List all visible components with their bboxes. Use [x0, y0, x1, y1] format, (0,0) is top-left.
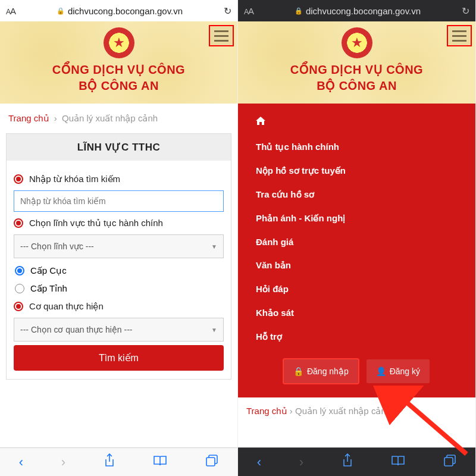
agency-select[interactable]: --- Chọn cơ quan thực hiện --- ▼ [14, 318, 224, 342]
breadcrumb: Trang chủ › Quản lý xuất nhập cảnh [238, 397, 475, 416]
auth-row: 🔒 Đăng nhập 👤 Đăng ký [240, 349, 473, 386]
hamburger-icon [214, 30, 228, 42]
register-label: Đăng ký [390, 367, 420, 376]
level-tinh-row[interactable]: Cấp Tỉnh [14, 283, 224, 294]
tabs-icon[interactable] [205, 454, 218, 471]
site-banner: CỔNG DỊCH VỤ CÔNG BỘ CÔNG AN [238, 21, 475, 104]
safari-address-bar: AA 🔒 dichvucong.bocongan.gov.vn ↻ [238, 0, 475, 21]
menu-home-link[interactable] [240, 114, 473, 135]
menu-item[interactable]: Nộp hồ sơ trực tuyến [240, 159, 473, 183]
emblem-logo [342, 27, 372, 58]
login-label: Đăng nhập [307, 367, 349, 376]
menu-item[interactable]: Hỏi đáp [240, 277, 473, 301]
hamburger-icon [452, 30, 466, 42]
bullet-icon [14, 174, 23, 184]
breadcrumb-home[interactable]: Trang chủ [246, 406, 287, 416]
tabs-icon[interactable] [443, 454, 456, 471]
menu-item[interactable]: Đánh giá [240, 230, 473, 253]
share-icon[interactable] [104, 453, 115, 471]
field-select[interactable]: --- Chọn lĩnh vực --- ▼ [14, 234, 224, 258]
back-icon[interactable]: ‹ [19, 455, 23, 470]
url-display[interactable]: 🔒 dichvucong.bocongan.gov.vn [20, 6, 219, 16]
title-line2: BỘ CÔNG AN [5, 78, 233, 94]
radio-unselected-icon [15, 284, 24, 293]
search-button[interactable]: Tìm kiếm [14, 345, 224, 371]
home-icon [256, 117, 265, 125]
menu-item[interactable]: Phản ánh - Kiến nghị [240, 206, 473, 230]
agency-select-value: --- Chọn cơ quan thực hiện --- [20, 325, 133, 334]
bookmarks-icon[interactable] [391, 455, 405, 470]
bullet-icon [14, 218, 23, 228]
breadcrumb-current: Quản lý xuất nhập cảnh [295, 406, 391, 416]
user-plus-icon: 👤 [376, 367, 386, 376]
menu-button[interactable] [209, 25, 234, 46]
menu-item[interactable]: Tra cứu hồ sơ [240, 183, 473, 206]
text-size-icon[interactable]: AA [6, 6, 15, 16]
agency-label: Cơ quan thực hiện [29, 301, 104, 312]
keyword-label: Nhập từ khóa tìm kiếm [29, 174, 120, 184]
site-title: CỔNG DỊCH VỤ CÔNG BỘ CÔNG AN [5, 62, 233, 94]
breadcrumb-sep: › [54, 113, 57, 123]
site-title: CỔNG DỊCH VỤ CÔNG BỘ CÔNG AN [243, 62, 471, 94]
login-button[interactable]: 🔒 Đăng nhập [284, 359, 358, 383]
phone-right: AA 🔒 dichvucong.bocongan.gov.vn ↻ CỔNG D… [238, 0, 476, 476]
agency-label-row: Cơ quan thực hiện [14, 301, 224, 312]
level-cuc-row[interactable]: Cấp Cục [14, 265, 224, 276]
url-text: dichvucong.bocongan.gov.vn [68, 6, 183, 16]
chevron-down-icon: ▼ [211, 243, 217, 250]
text-size-icon[interactable]: AA [244, 6, 253, 16]
phone-left: AA 🔒 dichvucong.bocongan.gov.vn ↻ CỔNG D… [0, 0, 238, 476]
keyword-input[interactable] [14, 190, 224, 212]
bullet-icon [14, 302, 23, 311]
keyword-label-row: Nhập từ khóa tìm kiếm [14, 174, 224, 184]
menu-item[interactable]: Hỗ trợ [240, 325, 473, 349]
field-label-row: Chọn lĩnh vực thủ tục hành chính [14, 218, 224, 228]
svg-rect-1 [444, 458, 453, 466]
site-banner: CỔNG DỊCH VỤ CÔNG BỘ CÔNG AN [0, 21, 237, 104]
panel-body: Nhập từ khóa tìm kiếm Chọn lĩnh vực thủ … [7, 161, 231, 379]
chevron-down-icon: ▼ [211, 327, 217, 333]
safari-toolbar: ‹ › [238, 447, 475, 476]
back-icon[interactable]: ‹ [257, 455, 261, 470]
search-panel: LĨNH VỰC TTHC Nhập từ khóa tìm kiếm Chọn… [6, 133, 231, 380]
breadcrumb-home[interactable]: Trang chủ [8, 113, 49, 123]
level1-label: Cấp Cục [30, 265, 67, 276]
bookmarks-icon[interactable] [153, 455, 167, 470]
reload-icon[interactable]: ↻ [462, 5, 469, 17]
breadcrumb-sep: › [290, 406, 293, 416]
level2-label: Cấp Tỉnh [30, 283, 67, 294]
share-icon[interactable] [342, 453, 353, 471]
main-content: LĨNH VỰC TTHC Nhập từ khóa tìm kiếm Chọn… [0, 133, 237, 447]
svg-rect-0 [206, 458, 215, 466]
lock-icon: 🔒 [293, 367, 303, 376]
safari-address-bar: AA 🔒 dichvucong.bocongan.gov.vn ↻ [0, 0, 237, 21]
expanded-menu: Thủ tục hành chính Nộp hồ sơ trực tuyến … [238, 104, 475, 397]
reload-icon[interactable]: ↻ [224, 5, 231, 17]
url-display[interactable]: 🔒 dichvucong.bocongan.gov.vn [258, 6, 457, 16]
forward-icon[interactable]: › [61, 455, 65, 470]
url-text: dichvucong.bocongan.gov.vn [306, 6, 421, 16]
emblem-logo [104, 27, 134, 58]
title-line2: BỘ CÔNG AN [243, 78, 471, 94]
breadcrumb-current: Quản lý xuất nhập cảnh [62, 113, 158, 123]
forward-icon[interactable]: › [299, 455, 303, 470]
field-select-value: --- Chọn lĩnh vực --- [20, 242, 94, 251]
register-button[interactable]: 👤 Đăng ký [367, 359, 430, 383]
panel-title: LĨNH VỰC TTHC [7, 134, 231, 161]
title-line1: CỔNG DỊCH VỤ CÔNG [5, 62, 233, 78]
menu-item[interactable]: Thủ tục hành chính [240, 135, 473, 159]
menu-item[interactable]: Văn bản [240, 253, 473, 277]
menu-item[interactable]: Khảo sát [240, 301, 473, 325]
radio-selected-icon [15, 266, 24, 275]
field-label: Chọn lĩnh vực thủ tục hành chính [29, 218, 163, 228]
safari-toolbar: ‹ › [0, 447, 237, 476]
lock-icon: 🔒 [57, 7, 65, 15]
breadcrumb: Trang chủ › Quản lý xuất nhập cảnh [0, 104, 237, 133]
title-line1: CỔNG DỊCH VỤ CÔNG [243, 62, 471, 78]
lock-icon: 🔒 [295, 7, 303, 15]
menu-button[interactable] [447, 25, 472, 46]
